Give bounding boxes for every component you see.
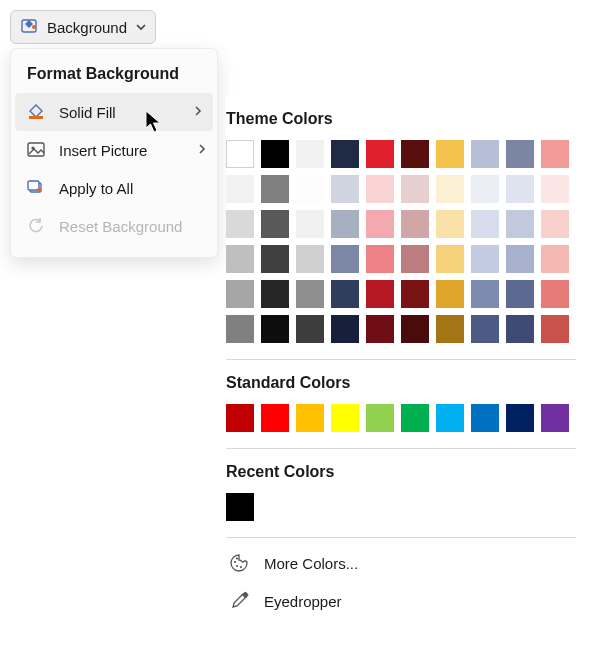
menu-item-apply-to-all[interactable]: Apply to All <box>11 169 217 207</box>
picture-icon <box>25 139 47 161</box>
eyedropper-icon <box>228 590 250 612</box>
color-swatch[interactable] <box>436 280 464 308</box>
color-swatch[interactable] <box>541 140 569 168</box>
color-swatch[interactable] <box>296 245 324 273</box>
color-swatch[interactable] <box>471 280 499 308</box>
svg-point-10 <box>236 565 238 567</box>
color-swatch[interactable] <box>401 175 429 203</box>
color-swatch[interactable] <box>261 210 289 238</box>
color-swatch[interactable] <box>366 140 394 168</box>
color-swatch[interactable] <box>541 280 569 308</box>
svg-point-9 <box>236 557 238 559</box>
color-swatch[interactable] <box>296 404 324 432</box>
color-swatch[interactable] <box>331 175 359 203</box>
standard-colors-title: Standard Colors <box>226 374 606 392</box>
color-swatch[interactable] <box>366 245 394 273</box>
color-swatch[interactable] <box>366 315 394 343</box>
color-swatch[interactable] <box>541 210 569 238</box>
color-swatch[interactable] <box>261 315 289 343</box>
color-swatch[interactable] <box>506 245 534 273</box>
color-swatch[interactable] <box>436 210 464 238</box>
color-swatch[interactable] <box>471 210 499 238</box>
chevron-right-icon <box>197 143 207 157</box>
color-swatch[interactable] <box>436 140 464 168</box>
color-swatch[interactable] <box>261 280 289 308</box>
color-swatch[interactable] <box>226 493 254 521</box>
color-swatch[interactable] <box>226 140 254 168</box>
svg-point-1 <box>32 25 36 29</box>
color-swatch[interactable] <box>541 245 569 273</box>
color-swatch[interactable] <box>296 210 324 238</box>
menu-title: Format Background <box>11 59 217 93</box>
more-colors-label: More Colors... <box>264 555 358 572</box>
eyedropper-item[interactable]: Eyedropper <box>226 582 606 620</box>
color-swatch[interactable] <box>436 175 464 203</box>
theme-colors-title: Theme Colors <box>226 110 606 128</box>
color-swatch[interactable] <box>471 175 499 203</box>
color-swatch[interactable] <box>506 210 534 238</box>
menu-item-label: Insert Picture <box>59 142 185 159</box>
color-swatch[interactable] <box>296 140 324 168</box>
menu-item-insert-picture[interactable]: Insert Picture <box>11 131 217 169</box>
color-swatch[interactable] <box>401 315 429 343</box>
color-swatch[interactable] <box>226 404 254 432</box>
color-swatch[interactable] <box>261 404 289 432</box>
color-swatch[interactable] <box>331 280 359 308</box>
color-swatch[interactable] <box>401 210 429 238</box>
color-swatch[interactable] <box>471 245 499 273</box>
color-swatch[interactable] <box>541 404 569 432</box>
color-swatch[interactable] <box>366 210 394 238</box>
color-swatch[interactable] <box>401 404 429 432</box>
color-swatch[interactable] <box>331 315 359 343</box>
color-swatch[interactable] <box>261 140 289 168</box>
theme-colors-grid <box>226 140 606 343</box>
apply-all-icon <box>25 177 47 199</box>
color-swatch[interactable] <box>541 315 569 343</box>
color-swatch[interactable] <box>226 280 254 308</box>
color-swatch[interactable] <box>296 280 324 308</box>
color-swatch[interactable] <box>401 280 429 308</box>
color-swatch[interactable] <box>226 210 254 238</box>
separator <box>226 448 576 449</box>
color-swatch[interactable] <box>331 140 359 168</box>
menu-item-label: Reset Background <box>59 218 207 235</box>
color-swatch[interactable] <box>436 315 464 343</box>
color-swatch[interactable] <box>226 315 254 343</box>
color-swatch[interactable] <box>506 140 534 168</box>
color-swatch[interactable] <box>436 245 464 273</box>
color-swatch[interactable] <box>261 175 289 203</box>
format-background-menu: Format Background Solid Fill Insert Pict… <box>10 48 218 258</box>
color-swatch[interactable] <box>226 245 254 273</box>
svg-rect-3 <box>28 143 44 156</box>
svg-point-11 <box>240 566 242 568</box>
color-swatch[interactable] <box>331 210 359 238</box>
color-swatch[interactable] <box>366 404 394 432</box>
color-swatch[interactable] <box>471 404 499 432</box>
color-swatch[interactable] <box>366 175 394 203</box>
color-swatch[interactable] <box>506 404 534 432</box>
recent-colors-title: Recent Colors <box>226 463 606 481</box>
background-label: Background <box>47 19 127 36</box>
color-swatch[interactable] <box>471 140 499 168</box>
solid-fill-color-flyout: Theme Colors Standard Colors Recent Colo… <box>226 96 606 620</box>
separator <box>226 359 576 360</box>
color-swatch[interactable] <box>331 245 359 273</box>
svg-rect-6 <box>28 181 39 190</box>
color-swatch[interactable] <box>331 404 359 432</box>
color-swatch[interactable] <box>366 280 394 308</box>
color-swatch[interactable] <box>436 404 464 432</box>
color-swatch[interactable] <box>401 140 429 168</box>
menu-item-solid-fill[interactable]: Solid Fill <box>15 93 213 131</box>
color-swatch[interactable] <box>261 245 289 273</box>
color-swatch[interactable] <box>541 175 569 203</box>
background-dropdown-button[interactable]: Background <box>10 10 156 44</box>
color-swatch[interactable] <box>471 315 499 343</box>
color-swatch[interactable] <box>506 280 534 308</box>
color-swatch[interactable] <box>226 175 254 203</box>
color-swatch[interactable] <box>296 315 324 343</box>
more-colors-item[interactable]: More Colors... <box>226 544 606 582</box>
color-swatch[interactable] <box>296 175 324 203</box>
color-swatch[interactable] <box>401 245 429 273</box>
color-swatch[interactable] <box>506 315 534 343</box>
color-swatch[interactable] <box>506 175 534 203</box>
